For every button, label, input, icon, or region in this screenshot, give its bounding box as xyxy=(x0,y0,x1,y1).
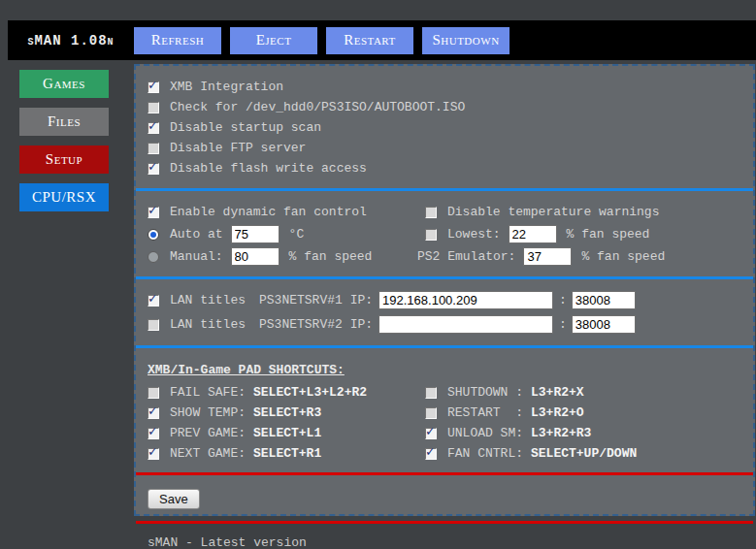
setting-row: Check for /dev_hdd0/PS3ISO/AUTOBOOT.ISO xyxy=(148,97,741,117)
restart-button[interactable]: Restart xyxy=(326,27,413,54)
colon-separator: : xyxy=(559,317,567,332)
page: { "header": { "title": "sMAN 1.08n", "bu… xyxy=(0,0,756,549)
setting-label: Check for /dev_hdd0/PS3ISO/AUTOBOOT.ISO xyxy=(170,100,465,114)
setting-row: Disable startup scan xyxy=(148,117,741,138)
autoboot-check-checkbox[interactable] xyxy=(148,102,159,113)
disable-ftp-server-checkbox[interactable] xyxy=(148,143,159,154)
shortcut-label: SHOW TEMP: xyxy=(170,405,246,420)
unit-label: % fan speed xyxy=(581,249,665,264)
server-label: PS3NETSRV#2 IP: xyxy=(259,317,373,332)
save-section: Save xyxy=(136,480,753,516)
pad-shortcuts-section: XMB/In-Game PAD SHORTCUTS: FAIL SAFE: SE… xyxy=(136,353,753,468)
fan-label: Auto at xyxy=(170,227,223,242)
pad-shortcuts-header: XMB/In-Game PAD SHORTCUTS: xyxy=(148,359,741,380)
next-game-checkbox[interactable] xyxy=(148,448,159,460)
fan-cntrl-checkbox[interactable] xyxy=(425,448,437,460)
unit-label: °C xyxy=(289,227,305,242)
netsrv1-port-input[interactable] xyxy=(572,291,636,309)
lan-label: LAN titles xyxy=(170,317,246,332)
save-button[interactable]: Save xyxy=(148,489,200,509)
disable-flash-write-checkbox[interactable] xyxy=(148,163,159,175)
sidebar-item-cpu-rsx[interactable]: CPU/RSX xyxy=(19,183,109,211)
auto-fan-radio[interactable] xyxy=(148,229,159,241)
server-label: PS3NETSRV#1 IP: xyxy=(259,293,373,307)
shortcut-label: PREV GAME: xyxy=(170,426,246,440)
shortcut-combo: SELECT+L1 xyxy=(253,426,321,440)
shortcut-combo: SELECT+R1 xyxy=(253,446,321,461)
disable-temp-warnings-checkbox[interactable] xyxy=(425,207,437,218)
fan-label: Disable temperature warnings xyxy=(447,205,659,219)
sidebar-item-games[interactable]: Games xyxy=(19,70,109,98)
shortcut-row: NEXT GAME: SELECT+R1 FAN CNTRL: SELECT+U… xyxy=(148,443,741,464)
setting-label: Disable startup scan xyxy=(170,120,321,135)
unload-sm-checkbox[interactable] xyxy=(425,428,437,439)
manual-fan-input[interactable] xyxy=(231,247,279,266)
shortcut-label: SHUTDOWN : xyxy=(447,385,523,400)
xmb-integration-checkbox[interactable] xyxy=(148,81,159,93)
shortcut-label: NEXT GAME: xyxy=(170,446,246,461)
setting-label: XMB Integration xyxy=(170,80,283,94)
shortcut-combo: SELECT+UP/DOWN xyxy=(531,446,637,461)
shortcut-combo: L3+R2+X xyxy=(531,385,584,400)
fail-safe-checkbox[interactable] xyxy=(148,387,159,399)
setting-row: XMB Integration xyxy=(148,77,741,97)
lan-titles-1-checkbox[interactable] xyxy=(148,295,159,307)
lan-row: LAN titles PS3NETSRV#2 IP: : xyxy=(148,312,741,337)
netsrv2-port-input[interactable] xyxy=(572,315,636,334)
manual-fan-radio[interactable] xyxy=(148,251,159,263)
shortcut-row: FAIL SAFE: SELECT+L3+L2+R2 SHUTDOWN : L3… xyxy=(148,382,741,403)
shortcut-combo: SELECT+R3 xyxy=(253,405,321,420)
shortcut-label: RESTART : xyxy=(447,405,523,420)
fan-label: Manual: xyxy=(170,249,223,264)
setting-row: Disable flash write access xyxy=(148,158,741,178)
top-bar: sMAN 1.08n Refresh Eject Restart Shutdow… xyxy=(8,20,756,60)
fan-label: Lowest: xyxy=(447,227,501,242)
ps2-fan-input[interactable] xyxy=(523,247,572,266)
colon-separator: : xyxy=(559,293,567,307)
shortcut-label: FAN CNTRL: xyxy=(447,446,523,461)
fan-row: Enable dynamic fan control Disable tempe… xyxy=(148,201,741,223)
enable-fan-control-checkbox[interactable] xyxy=(148,207,159,218)
shutdown-shortcut-checkbox[interactable] xyxy=(425,387,437,399)
shortcut-combo: L3+R2+R3 xyxy=(531,426,591,440)
divider-red xyxy=(136,521,753,524)
shutdown-button[interactable]: Shutdown xyxy=(422,27,509,54)
app-title: sMAN 1.08n xyxy=(8,33,134,48)
fan-row: Auto at °C Lowest: % fan speed xyxy=(148,223,741,245)
shortcut-row: PREV GAME: SELECT+L1 UNLOAD SM: L3+R2+R3 xyxy=(148,423,741,443)
unit-label: % fan speed xyxy=(567,227,650,242)
restart-shortcut-checkbox[interactable] xyxy=(425,407,437,419)
shortcut-label: UNLOAD SM: xyxy=(447,426,523,440)
eject-button[interactable]: Eject xyxy=(230,27,317,54)
sidebar: Games Files Setup CPU/RSX xyxy=(19,70,109,221)
fan-row: Manual: % fan speed PS2 Emulator: % fan … xyxy=(148,245,741,268)
lowest-fan-checkbox[interactable] xyxy=(425,229,437,241)
shortcut-row: SHOW TEMP: SELECT+R3 RESTART : L3+R2+O xyxy=(148,403,741,423)
divider-blue xyxy=(136,188,753,191)
ps2-emulator-label: PS2 Emulator: xyxy=(417,249,515,264)
status-text: sMAN - Latest version xyxy=(136,529,753,549)
sidebar-item-setup[interactable]: Setup xyxy=(19,145,109,174)
sidebar-item-files[interactable]: Files xyxy=(19,108,109,136)
setting-label: Disable FTP server xyxy=(170,141,306,155)
prev-game-checkbox[interactable] xyxy=(148,428,159,439)
lowest-fan-input[interactable] xyxy=(509,225,557,243)
auto-temp-input[interactable] xyxy=(231,225,279,243)
show-temp-checkbox[interactable] xyxy=(148,407,159,419)
netsrv1-ip-input[interactable] xyxy=(378,291,553,309)
netsrv2-ip-input[interactable] xyxy=(378,315,553,334)
lan-label: LAN titles xyxy=(170,293,246,307)
settings-panel: XMB Integration Check for /dev_hdd0/PS3I… xyxy=(134,64,755,516)
lan-row: LAN titles PS3NETSRV#1 IP: : xyxy=(148,288,741,312)
setting-label: Disable flash write access xyxy=(170,161,367,176)
unit-label: % fan speed xyxy=(289,249,373,264)
disable-startup-scan-checkbox[interactable] xyxy=(148,122,159,134)
refresh-button[interactable]: Refresh xyxy=(134,27,221,54)
setting-row: Disable FTP server xyxy=(148,138,741,158)
general-settings-section: XMB Integration Check for /dev_hdd0/PS3I… xyxy=(136,66,753,183)
shortcut-combo: L3+R2+O xyxy=(531,405,584,420)
lan-titles-2-checkbox[interactable] xyxy=(148,319,159,331)
fan-label: Enable dynamic fan control xyxy=(170,205,367,219)
shortcut-label: FAIL SAFE: xyxy=(170,385,246,400)
divider-blue xyxy=(136,345,753,348)
